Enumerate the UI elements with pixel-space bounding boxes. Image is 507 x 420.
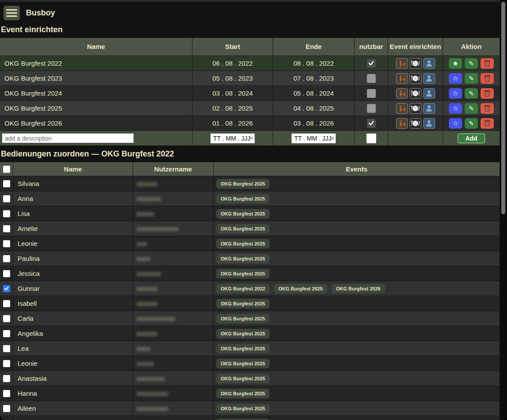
event-badge: OKG Burgfest 2022 (216, 284, 270, 294)
user-table-row: Hanna xxxxxxxxx OKG Burgfest 2025 (0, 386, 500, 401)
user-select-checkbox[interactable] (3, 195, 10, 202)
user-select-checkbox[interactable] (3, 225, 10, 232)
setup-menu-button[interactable] (410, 88, 422, 99)
edit-event-button[interactable]: ✎ (465, 103, 478, 114)
setup-tables-button[interactable] (396, 118, 408, 129)
setup-staff-button[interactable] (423, 58, 435, 69)
nutzbar-checkbox[interactable] (367, 74, 376, 83)
add-event-button[interactable]: Add (458, 134, 485, 143)
nutzbar-checkbox[interactable] (367, 119, 376, 128)
favorite-event-button[interactable]: ☆ (449, 118, 462, 129)
user-table-row: Anastasia xxxxxxxx OKG Burgfest 2025 (0, 371, 500, 386)
scrollbar-track[interactable] (500, 0, 507, 420)
events-table-header: Name Start Ende nutzbar Event einrichten… (0, 38, 500, 56)
new-event-nutzbar-checkbox[interactable] (366, 134, 376, 143)
user-select-checkbox[interactable] (3, 180, 10, 187)
favorite-event-button[interactable]: ★ (449, 58, 462, 69)
event-end-date: 05 . 08 . 2024 (273, 86, 355, 100)
user-name: Lea (13, 341, 133, 356)
events-table: Name Start Ende nutzbar Event einrichten… (0, 38, 500, 145)
user-name: Angelika (13, 326, 133, 341)
delete-event-button[interactable] (481, 103, 494, 114)
edit-event-button[interactable]: ✎ (465, 118, 478, 129)
user-select-checkbox[interactable] (3, 210, 10, 217)
delete-event-button[interactable] (481, 73, 494, 84)
setup-menu-button[interactable] (410, 103, 422, 114)
scrollbar-thumb[interactable] (501, 2, 505, 214)
favorite-event-button[interactable]: ☆ (449, 88, 462, 99)
user-name: Leonie (13, 236, 133, 251)
user-select-checkbox[interactable] (3, 345, 10, 352)
user-select-checkbox[interactable] (3, 270, 10, 277)
user-select-checkbox[interactable] (3, 285, 10, 292)
event-badge: OKG Burgfest 2025 (274, 284, 327, 294)
setup-menu-button[interactable] (410, 58, 422, 69)
menu-hamburger-button[interactable] (4, 6, 20, 20)
app-title: Busboy (26, 8, 55, 18)
delete-event-button[interactable] (481, 118, 494, 129)
favorite-event-button[interactable]: ☆ (449, 103, 462, 114)
setup-tables-button[interactable] (396, 88, 408, 99)
nutzbar-checkbox[interactable] (367, 59, 376, 68)
event-start-date-input[interactable]: TT . MM . JJJ (210, 133, 255, 144)
nutzbar-checkbox[interactable] (367, 104, 376, 113)
user-select-checkbox[interactable] (3, 330, 10, 337)
user-select-checkbox[interactable] (3, 240, 10, 247)
setup-tables-button[interactable] (396, 73, 408, 84)
favorite-event-button[interactable]: ☆ (449, 73, 462, 84)
setup-staff-button[interactable] (423, 118, 435, 129)
delete-event-button[interactable] (481, 58, 494, 69)
user-select-checkbox[interactable] (3, 300, 10, 307)
hamburger-icon (6, 9, 17, 11)
chair-icon (398, 89, 406, 97)
event-badge: OKG Burgfest 2026 (332, 284, 385, 294)
user-events: OKG Burgfest 2025 (214, 371, 500, 386)
pencil-icon: ✎ (469, 120, 474, 127)
setup-staff-button[interactable] (423, 103, 435, 114)
user-select-checkbox[interactable] (3, 360, 10, 367)
user-select-checkbox[interactable] (3, 315, 10, 322)
setup-tables-button[interactable] (396, 103, 408, 114)
nutzbar-checkbox[interactable] (367, 89, 376, 98)
setup-tables-button[interactable] (396, 58, 408, 69)
user-select-checkbox[interactable] (3, 405, 10, 412)
col-user-events: Events (214, 162, 500, 176)
setup-staff-button[interactable] (423, 73, 435, 84)
delete-event-button[interactable] (481, 88, 494, 99)
event-end-date-input[interactable]: TT . MM . JJJ (291, 133, 336, 144)
user-select-checkbox[interactable] (3, 375, 10, 382)
user-events: OKG Burgfest 2022OKG Burgfest 2025OKG Bu… (214, 281, 500, 296)
event-badge: OKG Burgfest 2025 (216, 239, 270, 249)
user-name: Gunnar (13, 281, 133, 296)
user-select-checkbox[interactable] (3, 390, 10, 397)
setup-menu-button[interactable] (410, 73, 422, 84)
event-description-input[interactable] (2, 133, 134, 143)
event-table-row: OKG Burgfest 2022 06 . 08 . 2022 08 . 08… (0, 56, 500, 71)
user-events: OKG Burgfest 2025 (214, 176, 500, 191)
user-table-row: Aileen xxxxxxxxx OKG Burgfest 2025 (0, 401, 500, 416)
trash-icon (483, 89, 492, 97)
dining-plate-icon (411, 74, 420, 82)
user-table-row: Lisa xxxxx OKG Burgfest 2025 (0, 206, 500, 221)
app-window: Busboy Event einrichten Name Start Ende … (0, 0, 507, 420)
select-all-checkbox[interactable] (3, 166, 10, 173)
dining-plate-icon (411, 119, 420, 127)
trash-icon (483, 104, 492, 112)
user-table-row: Paulina xxxx OKG Burgfest 2025 (0, 251, 500, 266)
event-badge: OKG Burgfest 2025 (216, 404, 270, 413)
edit-event-button[interactable]: ✎ (465, 58, 478, 69)
trash-icon (483, 119, 492, 127)
user-select-checkbox[interactable] (3, 255, 10, 262)
event-badge: OKG Burgfest 2025 (216, 314, 270, 323)
user-username-redacted: xxxxxxxx (137, 375, 165, 382)
edit-event-button[interactable]: ✎ (465, 88, 478, 99)
user-events: OKG Burgfest 2025 (214, 251, 500, 266)
user-table-row: Silvana xxxxxx OKG Burgfest 2025 (0, 176, 500, 191)
setup-staff-button[interactable] (423, 88, 435, 99)
setup-menu-button[interactable] (410, 118, 422, 129)
event-start-date: 05 . 08 . 2023 (192, 71, 273, 85)
event-badge: OKG Burgfest 2025 (216, 329, 270, 338)
edit-event-button[interactable]: ✎ (465, 73, 478, 84)
user-table-row: Leonie xxxxx OKG Burgfest 2025 (0, 356, 500, 371)
event-badge: OKG Burgfest 2025 (216, 269, 270, 279)
